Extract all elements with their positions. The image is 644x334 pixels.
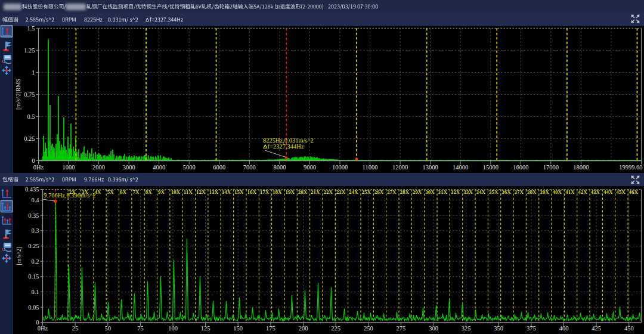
svg-text:275: 275 <box>397 325 406 332</box>
svg-text:1: 1 <box>32 69 35 76</box>
svg-text:11X: 11X <box>184 189 193 195</box>
svg-text:5X: 5X <box>107 189 114 195</box>
svg-text:50: 50 <box>105 325 112 332</box>
svg-text:31X: 31X <box>438 189 448 195</box>
svg-text:40X: 40X <box>553 189 562 195</box>
svg-text:36X: 36X <box>501 189 511 195</box>
svg-text:9X: 9X <box>158 189 165 195</box>
svg-text:46X: 46X <box>629 189 639 195</box>
svg-text:16X: 16X <box>247 189 256 195</box>
svg-text:9.766Hz,0.396m/s^2: 9.766Hz,0.396m/s^2 <box>44 192 95 199</box>
svg-text:300: 300 <box>429 325 438 332</box>
svg-text:150: 150 <box>233 325 243 332</box>
svg-text:8000: 8000 <box>273 164 286 171</box>
svg-text:14000: 14000 <box>453 164 468 171</box>
svg-text:15X: 15X <box>234 189 244 195</box>
svg-text:0.25: 0.25 <box>24 135 35 142</box>
svg-text:0.4: 0.4 <box>31 197 39 203</box>
svg-text:0.75: 0.75 <box>24 91 35 98</box>
svg-text:18000: 18000 <box>573 164 589 171</box>
svg-text:450: 450 <box>624 325 634 332</box>
svg-text:2000: 2000 <box>92 164 105 171</box>
svg-text:75: 75 <box>137 325 144 332</box>
svg-text:27X: 27X <box>387 189 397 195</box>
svg-text:1.5: 1.5 <box>27 25 35 32</box>
svg-text:0.435: 0.435 <box>25 186 39 193</box>
svg-text:17000: 17000 <box>543 164 559 171</box>
svg-text:22X: 22X <box>324 189 333 195</box>
svg-text:41X: 41X <box>565 189 575 195</box>
svg-text:0: 0 <box>32 157 35 164</box>
svg-text:10X: 10X <box>171 189 180 195</box>
svg-text:400: 400 <box>559 325 569 332</box>
svg-text:17X: 17X <box>260 189 270 195</box>
svg-text:250: 250 <box>364 325 373 332</box>
svg-text:26X: 26X <box>374 189 384 195</box>
svg-text:12X: 12X <box>196 189 206 195</box>
svg-text:8X: 8X <box>145 189 153 195</box>
svg-text:4000: 4000 <box>153 164 165 171</box>
svg-text:325: 325 <box>462 325 471 332</box>
svg-text:0.2: 0.2 <box>31 258 39 265</box>
svg-text:8225Hz,0.031m/s^2: 8225Hz,0.031m/s^2 <box>263 137 314 144</box>
svg-text:23X: 23X <box>336 189 346 195</box>
svg-text:0.5: 0.5 <box>27 113 35 120</box>
svg-text:24X: 24X <box>349 189 358 195</box>
svg-text:37X: 37X <box>515 189 524 195</box>
svg-text:0.25: 0.25 <box>28 243 39 249</box>
svg-text:0Hz: 0Hz <box>33 164 44 171</box>
svg-text:13000: 13000 <box>422 164 438 171</box>
svg-text:100: 100 <box>168 325 178 332</box>
svg-text:125: 125 <box>201 325 210 332</box>
svg-text:7X: 7X <box>132 189 140 195</box>
svg-text:35X: 35X <box>489 189 499 195</box>
svg-text:0.35: 0.35 <box>28 212 39 219</box>
svg-text:45X: 45X <box>616 189 626 195</box>
svg-text:3000: 3000 <box>123 164 135 171</box>
svg-text:42X: 42X <box>578 189 587 195</box>
svg-text:0: 0 <box>36 319 39 326</box>
svg-text:350: 350 <box>494 325 503 332</box>
svg-text:0.15: 0.15 <box>28 273 39 280</box>
svg-text:11000: 11000 <box>363 164 378 171</box>
svg-text:30X: 30X <box>425 189 435 195</box>
svg-text:21X: 21X <box>311 189 320 195</box>
svg-text:9000: 9000 <box>304 164 316 171</box>
svg-text:f=2327.344Hz: f=2327.344Hz <box>268 143 304 150</box>
svg-text:25X: 25X <box>362 189 371 195</box>
svg-text:425: 425 <box>592 325 601 332</box>
svg-text:[m/s^2]: [m/s^2] <box>16 247 22 265</box>
svg-text:38X: 38X <box>527 189 537 195</box>
svg-text:25: 25 <box>72 325 79 332</box>
svg-text:0.3: 0.3 <box>31 227 39 234</box>
svg-text:13X: 13X <box>209 189 218 195</box>
svg-text:15000: 15000 <box>483 164 499 171</box>
svg-text:6X: 6X <box>120 189 127 195</box>
svg-text:5000: 5000 <box>183 164 196 171</box>
svg-text:33X: 33X <box>463 189 473 195</box>
svg-text:7000: 7000 <box>243 164 256 171</box>
svg-text:18X: 18X <box>273 189 282 195</box>
svg-text:375: 375 <box>527 325 536 332</box>
svg-text:14X: 14X <box>222 189 231 195</box>
svg-text:6000: 6000 <box>213 164 225 171</box>
svg-text:[m/s^2]RMS: [m/s^2]RMS <box>15 79 21 110</box>
svg-text:19999.60: 19999.60 <box>619 164 642 171</box>
svg-text:1.25: 1.25 <box>24 47 35 54</box>
svg-text:28X: 28X <box>400 189 410 195</box>
svg-text:44X: 44X <box>603 189 613 195</box>
svg-text:0.1: 0.1 <box>31 289 39 295</box>
svg-text:175: 175 <box>266 325 275 332</box>
svg-text:12000: 12000 <box>392 164 408 171</box>
svg-text:20X: 20X <box>298 189 308 195</box>
svg-text:29X: 29X <box>413 189 422 195</box>
svg-text:200: 200 <box>299 325 308 332</box>
svg-text:32X: 32X <box>451 189 460 195</box>
svg-text:10000: 10000 <box>332 164 348 171</box>
svg-text:43X: 43X <box>591 189 600 195</box>
svg-text:16000: 16000 <box>513 164 528 171</box>
svg-text:0.05: 0.05 <box>28 304 39 311</box>
svg-text:225: 225 <box>331 325 340 332</box>
svg-text:39X: 39X <box>540 189 549 195</box>
svg-text:19X: 19X <box>285 189 295 195</box>
